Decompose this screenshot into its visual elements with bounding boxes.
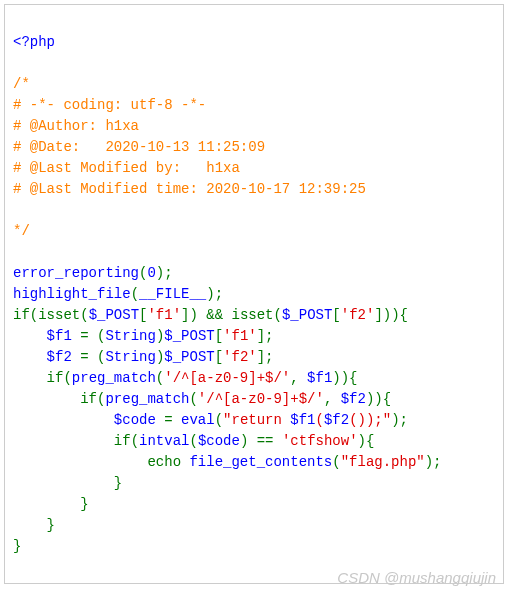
paren: ( xyxy=(332,454,340,470)
fn-eval: eval xyxy=(181,412,215,428)
comma: , xyxy=(290,370,307,386)
str-regex: '/^[a-z0-9]+$/' xyxy=(198,391,324,407)
str-eval-p2: ( xyxy=(316,412,324,428)
comment-line: # @Last Modified time: 2020-10-17 12:39:… xyxy=(13,181,366,197)
paren: ( xyxy=(189,391,197,407)
fn-intval: intval xyxy=(139,433,189,449)
bracket: [ xyxy=(215,328,223,344)
str-regex: '/^[a-z0-9]+$/' xyxy=(164,370,290,386)
paren: ); xyxy=(206,286,223,302)
paren: ( xyxy=(215,412,223,428)
kw-if: if xyxy=(47,370,64,386)
fn-file-get-contents: file_get_contents xyxy=(189,454,332,470)
var-post: $_POST xyxy=(164,328,214,344)
cast-string: String xyxy=(105,328,155,344)
comment-line: # -*- coding: utf-8 -*- xyxy=(13,97,206,113)
paren: ( xyxy=(131,286,139,302)
comment-line: /* xyxy=(13,76,30,92)
php-code-block: <?php /* # -*- coding: utf-8 -*- # @Auth… xyxy=(4,4,504,584)
op-assign: = xyxy=(80,349,88,365)
fn-isset: isset xyxy=(232,307,274,323)
op-and: && xyxy=(206,307,223,323)
var-post: $_POST xyxy=(164,349,214,365)
paren xyxy=(223,307,231,323)
paren: ); xyxy=(425,454,442,470)
watermark: CSDN @mushangqiujin xyxy=(337,569,496,586)
kw-if: if xyxy=(114,433,131,449)
comma: , xyxy=(324,391,341,407)
str-ctfshow: 'ctfshow' xyxy=(282,433,358,449)
var-post: $_POST xyxy=(282,307,332,323)
fn-preg-match: preg_match xyxy=(72,370,156,386)
paren: ( xyxy=(80,307,88,323)
comment-line: */ xyxy=(13,223,30,239)
op-eq: == xyxy=(257,433,274,449)
paren: ( xyxy=(30,307,38,323)
var-f1: $f1 xyxy=(307,370,332,386)
fn-highlight-file: highlight_file xyxy=(13,286,131,302)
paren: ( xyxy=(274,307,282,323)
paren: ( xyxy=(131,433,139,449)
str-eval-p1: "return xyxy=(223,412,290,428)
comment-line: # @Date: 2020-10-13 11:25:09 xyxy=(13,139,265,155)
str-eval-p3: ());" xyxy=(349,412,391,428)
paren: ( xyxy=(63,370,71,386)
paren: )){ xyxy=(366,391,391,407)
bracket: [ xyxy=(332,307,340,323)
var-code: $code xyxy=(198,433,240,449)
paren: ) xyxy=(240,433,257,449)
comment-line: # @Author: h1xa xyxy=(13,118,139,134)
paren: )){ xyxy=(332,370,357,386)
str-f2: 'f2' xyxy=(223,349,257,365)
kw-echo: echo xyxy=(147,454,181,470)
brace: } xyxy=(80,496,88,512)
kw-if: if xyxy=(13,307,30,323)
var-f2: $f2 xyxy=(47,349,72,365)
var-f1: $f1 xyxy=(290,412,315,428)
var-f2: $f2 xyxy=(341,391,366,407)
number: 0 xyxy=(147,265,155,281)
fn-preg-match: preg_match xyxy=(105,391,189,407)
fn-isset: isset xyxy=(38,307,80,323)
str-f1: 'f1' xyxy=(223,328,257,344)
var-code: $code xyxy=(114,412,156,428)
op-assign: = xyxy=(80,328,88,344)
bracket: ]; xyxy=(257,349,274,365)
var-f2: $f2 xyxy=(324,412,349,428)
str-f2: 'f2' xyxy=(341,307,375,323)
php-open-tag: <?php xyxy=(13,34,55,50)
kw-if: if xyxy=(80,391,97,407)
paren: ( xyxy=(189,433,197,449)
comment-line: # @Last Modified by: h1xa xyxy=(13,160,240,176)
var-f1: $f1 xyxy=(47,328,72,344)
const-file: __FILE__ xyxy=(139,286,206,302)
brace: } xyxy=(47,517,55,533)
paren: ( xyxy=(156,370,164,386)
var-post: $_POST xyxy=(89,307,139,323)
bracket: ]; xyxy=(257,328,274,344)
bracket: ]) xyxy=(181,307,206,323)
str-f1: 'f1' xyxy=(147,307,181,323)
brace: } xyxy=(13,538,21,554)
bracket: ])){ xyxy=(374,307,408,323)
paren: ); xyxy=(391,412,408,428)
brace: } xyxy=(114,475,122,491)
op-assign: = xyxy=(164,412,172,428)
cast-string: String xyxy=(105,349,155,365)
fn-error-reporting: error_reporting xyxy=(13,265,139,281)
paren: ){ xyxy=(358,433,375,449)
str-flag: "flag.php" xyxy=(341,454,425,470)
paren: ); xyxy=(156,265,173,281)
bracket: [ xyxy=(215,349,223,365)
